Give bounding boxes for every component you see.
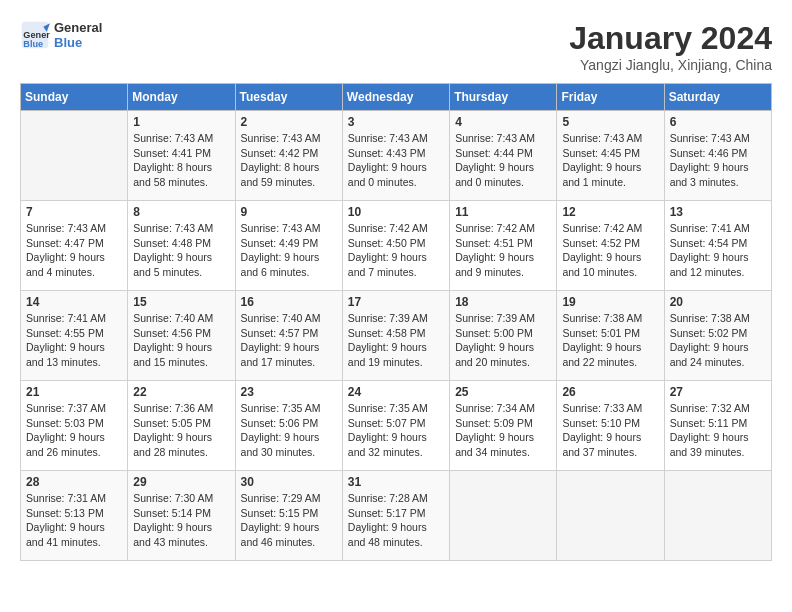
- calendar-cell: [21, 111, 128, 201]
- day-info: Sunrise: 7:28 AMSunset: 5:17 PMDaylight:…: [348, 491, 444, 550]
- svg-text:Blue: Blue: [23, 39, 43, 49]
- calendar-table: SundayMondayTuesdayWednesdayThursdayFrid…: [20, 83, 772, 561]
- calendar-cell: 27Sunrise: 7:32 AMSunset: 5:11 PMDayligh…: [664, 381, 771, 471]
- day-info: Sunrise: 7:38 AMSunset: 5:02 PMDaylight:…: [670, 311, 766, 370]
- day-number: 25: [455, 385, 551, 399]
- day-number: 23: [241, 385, 337, 399]
- month-title: January 2024: [569, 20, 772, 57]
- calendar-cell: 1Sunrise: 7:43 AMSunset: 4:41 PMDaylight…: [128, 111, 235, 201]
- day-info: Sunrise: 7:30 AMSunset: 5:14 PMDaylight:…: [133, 491, 229, 550]
- day-number: 31: [348, 475, 444, 489]
- calendar-cell: 10Sunrise: 7:42 AMSunset: 4:50 PMDayligh…: [342, 201, 449, 291]
- day-info: Sunrise: 7:42 AMSunset: 4:50 PMDaylight:…: [348, 221, 444, 280]
- day-info: Sunrise: 7:41 AMSunset: 4:54 PMDaylight:…: [670, 221, 766, 280]
- day-number: 21: [26, 385, 122, 399]
- calendar-cell: 30Sunrise: 7:29 AMSunset: 5:15 PMDayligh…: [235, 471, 342, 561]
- day-number: 22: [133, 385, 229, 399]
- calendar-cell: 16Sunrise: 7:40 AMSunset: 4:57 PMDayligh…: [235, 291, 342, 381]
- calendar-cell: 17Sunrise: 7:39 AMSunset: 4:58 PMDayligh…: [342, 291, 449, 381]
- day-number: 2: [241, 115, 337, 129]
- logo-icon: General Blue: [20, 20, 50, 50]
- calendar-cell: [664, 471, 771, 561]
- calendar-cell: [450, 471, 557, 561]
- calendar-cell: 7Sunrise: 7:43 AMSunset: 4:47 PMDaylight…: [21, 201, 128, 291]
- calendar-cell: 14Sunrise: 7:41 AMSunset: 4:55 PMDayligh…: [21, 291, 128, 381]
- day-info: Sunrise: 7:37 AMSunset: 5:03 PMDaylight:…: [26, 401, 122, 460]
- day-info: Sunrise: 7:40 AMSunset: 4:56 PMDaylight:…: [133, 311, 229, 370]
- calendar-cell: 4Sunrise: 7:43 AMSunset: 4:44 PMDaylight…: [450, 111, 557, 201]
- calendar-cell: 26Sunrise: 7:33 AMSunset: 5:10 PMDayligh…: [557, 381, 664, 471]
- day-info: Sunrise: 7:43 AMSunset: 4:48 PMDaylight:…: [133, 221, 229, 280]
- calendar-week-4: 21Sunrise: 7:37 AMSunset: 5:03 PMDayligh…: [21, 381, 772, 471]
- day-info: Sunrise: 7:43 AMSunset: 4:41 PMDaylight:…: [133, 131, 229, 190]
- day-info: Sunrise: 7:43 AMSunset: 4:47 PMDaylight:…: [26, 221, 122, 280]
- day-info: Sunrise: 7:39 AMSunset: 4:58 PMDaylight:…: [348, 311, 444, 370]
- calendar-cell: 11Sunrise: 7:42 AMSunset: 4:51 PMDayligh…: [450, 201, 557, 291]
- day-number: 7: [26, 205, 122, 219]
- day-info: Sunrise: 7:39 AMSunset: 5:00 PMDaylight:…: [455, 311, 551, 370]
- day-info: Sunrise: 7:29 AMSunset: 5:15 PMDaylight:…: [241, 491, 337, 550]
- day-number: 3: [348, 115, 444, 129]
- day-number: 19: [562, 295, 658, 309]
- day-number: 16: [241, 295, 337, 309]
- day-number: 28: [26, 475, 122, 489]
- day-info: Sunrise: 7:33 AMSunset: 5:10 PMDaylight:…: [562, 401, 658, 460]
- calendar-week-1: 1Sunrise: 7:43 AMSunset: 4:41 PMDaylight…: [21, 111, 772, 201]
- day-info: Sunrise: 7:31 AMSunset: 5:13 PMDaylight:…: [26, 491, 122, 550]
- logo-text-general: General: [54, 20, 102, 35]
- calendar-cell: 2Sunrise: 7:43 AMSunset: 4:42 PMDaylight…: [235, 111, 342, 201]
- day-info: Sunrise: 7:43 AMSunset: 4:46 PMDaylight:…: [670, 131, 766, 190]
- day-info: Sunrise: 7:43 AMSunset: 4:44 PMDaylight:…: [455, 131, 551, 190]
- day-number: 6: [670, 115, 766, 129]
- calendar-cell: 31Sunrise: 7:28 AMSunset: 5:17 PMDayligh…: [342, 471, 449, 561]
- calendar-cell: 28Sunrise: 7:31 AMSunset: 5:13 PMDayligh…: [21, 471, 128, 561]
- day-info: Sunrise: 7:35 AMSunset: 5:07 PMDaylight:…: [348, 401, 444, 460]
- weekday-header-thursday: Thursday: [450, 84, 557, 111]
- calendar-cell: 18Sunrise: 7:39 AMSunset: 5:00 PMDayligh…: [450, 291, 557, 381]
- calendar-cell: 23Sunrise: 7:35 AMSunset: 5:06 PMDayligh…: [235, 381, 342, 471]
- day-number: 15: [133, 295, 229, 309]
- day-number: 18: [455, 295, 551, 309]
- day-number: 11: [455, 205, 551, 219]
- calendar-cell: 29Sunrise: 7:30 AMSunset: 5:14 PMDayligh…: [128, 471, 235, 561]
- day-number: 1: [133, 115, 229, 129]
- calendar-cell: 22Sunrise: 7:36 AMSunset: 5:05 PMDayligh…: [128, 381, 235, 471]
- weekday-header-monday: Monday: [128, 84, 235, 111]
- day-number: 13: [670, 205, 766, 219]
- day-number: 20: [670, 295, 766, 309]
- day-number: 17: [348, 295, 444, 309]
- day-number: 10: [348, 205, 444, 219]
- calendar-cell: 8Sunrise: 7:43 AMSunset: 4:48 PMDaylight…: [128, 201, 235, 291]
- weekday-header-tuesday: Tuesday: [235, 84, 342, 111]
- calendar-cell: 24Sunrise: 7:35 AMSunset: 5:07 PMDayligh…: [342, 381, 449, 471]
- day-number: 27: [670, 385, 766, 399]
- title-block: January 2024 Yangzi Jianglu, Xinjiang, C…: [569, 20, 772, 73]
- day-info: Sunrise: 7:40 AMSunset: 4:57 PMDaylight:…: [241, 311, 337, 370]
- day-info: Sunrise: 7:43 AMSunset: 4:45 PMDaylight:…: [562, 131, 658, 190]
- weekday-header-saturday: Saturday: [664, 84, 771, 111]
- day-info: Sunrise: 7:32 AMSunset: 5:11 PMDaylight:…: [670, 401, 766, 460]
- day-number: 9: [241, 205, 337, 219]
- calendar-cell: 5Sunrise: 7:43 AMSunset: 4:45 PMDaylight…: [557, 111, 664, 201]
- location-subtitle: Yangzi Jianglu, Xinjiang, China: [569, 57, 772, 73]
- calendar-cell: 12Sunrise: 7:42 AMSunset: 4:52 PMDayligh…: [557, 201, 664, 291]
- day-number: 24: [348, 385, 444, 399]
- calendar-week-3: 14Sunrise: 7:41 AMSunset: 4:55 PMDayligh…: [21, 291, 772, 381]
- day-number: 12: [562, 205, 658, 219]
- calendar-cell: 15Sunrise: 7:40 AMSunset: 4:56 PMDayligh…: [128, 291, 235, 381]
- day-number: 26: [562, 385, 658, 399]
- calendar-cell: 25Sunrise: 7:34 AMSunset: 5:09 PMDayligh…: [450, 381, 557, 471]
- calendar-cell: 6Sunrise: 7:43 AMSunset: 4:46 PMDaylight…: [664, 111, 771, 201]
- logo: General Blue General Blue: [20, 20, 102, 50]
- calendar-cell: 20Sunrise: 7:38 AMSunset: 5:02 PMDayligh…: [664, 291, 771, 381]
- calendar-cell: 21Sunrise: 7:37 AMSunset: 5:03 PMDayligh…: [21, 381, 128, 471]
- day-info: Sunrise: 7:43 AMSunset: 4:42 PMDaylight:…: [241, 131, 337, 190]
- day-info: Sunrise: 7:43 AMSunset: 4:49 PMDaylight:…: [241, 221, 337, 280]
- weekday-header-friday: Friday: [557, 84, 664, 111]
- calendar-cell: 19Sunrise: 7:38 AMSunset: 5:01 PMDayligh…: [557, 291, 664, 381]
- calendar-cell: [557, 471, 664, 561]
- day-info: Sunrise: 7:43 AMSunset: 4:43 PMDaylight:…: [348, 131, 444, 190]
- day-info: Sunrise: 7:35 AMSunset: 5:06 PMDaylight:…: [241, 401, 337, 460]
- calendar-week-2: 7Sunrise: 7:43 AMSunset: 4:47 PMDaylight…: [21, 201, 772, 291]
- calendar-week-5: 28Sunrise: 7:31 AMSunset: 5:13 PMDayligh…: [21, 471, 772, 561]
